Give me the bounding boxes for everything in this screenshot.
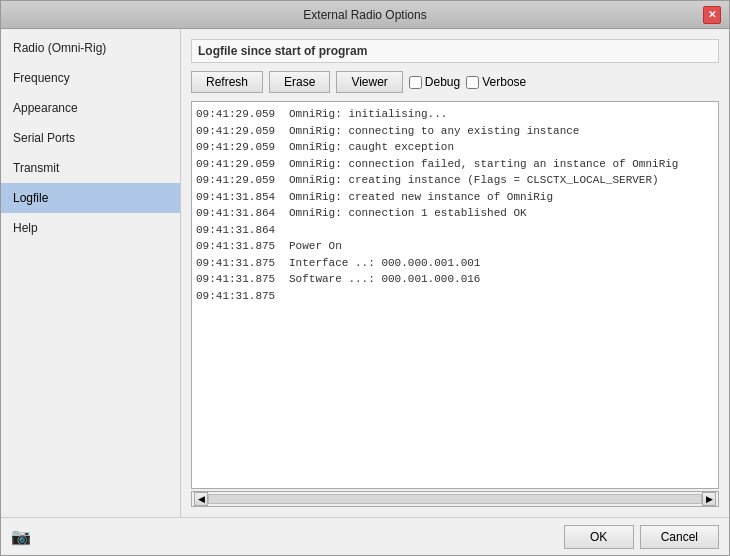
log-time: 09:41:31.875 (196, 288, 281, 305)
sidebar-item-appearance[interactable]: Appearance (1, 93, 180, 123)
viewer-button[interactable]: Viewer (336, 71, 402, 93)
log-time: 09:41:31.875 (196, 238, 281, 255)
log-time: 09:41:29.059 (196, 106, 281, 123)
refresh-button[interactable]: Refresh (191, 71, 263, 93)
log-message: OmniRig: initialising... (289, 106, 447, 123)
log-line: 09:41:29.059OmniRig: connecting to any e… (196, 123, 714, 140)
scroll-right-button[interactable]: ▶ (702, 492, 716, 506)
debug-checkbox[interactable] (409, 76, 422, 89)
log-line: 09:41:31.875 Interface ..: 000.000.001.0… (196, 255, 714, 272)
sidebar-item-help[interactable]: Help (1, 213, 180, 243)
sidebar-item-logfile[interactable]: Logfile (1, 183, 180, 213)
camera-icon: 📷 (11, 527, 31, 546)
log-message: OmniRig: created new instance of OmniRig (289, 189, 553, 206)
toolbar: Refresh Erase Viewer Debug Verbose (191, 71, 719, 93)
log-line: 09:41:29.059OmniRig: initialising... (196, 106, 714, 123)
ok-button[interactable]: OK (564, 525, 634, 549)
log-line: 09:41:31.875 Software ...: 000.001.000.0… (196, 271, 714, 288)
log-message: Interface ..: 000.000.001.001 (289, 255, 480, 272)
log-time: 09:41:29.059 (196, 172, 281, 189)
window-body: Radio (Omni-Rig) Frequency Appearance Se… (1, 29, 729, 517)
log-time: 09:41:31.875 (196, 271, 281, 288)
log-message: Power On (289, 238, 342, 255)
erase-button[interactable]: Erase (269, 71, 330, 93)
log-line: 09:41:31.864 (196, 222, 714, 239)
verbose-checkbox[interactable] (466, 76, 479, 89)
log-line: 09:41:29.059OmniRig: creating instance (… (196, 172, 714, 189)
log-time: 09:41:31.875 (196, 255, 281, 272)
footer: 📷 OK Cancel (1, 517, 729, 555)
sidebar-item-transmit[interactable]: Transmit (1, 153, 180, 183)
sidebar-item-radio[interactable]: Radio (Omni-Rig) (1, 33, 180, 63)
panel-title: Logfile since start of program (191, 39, 719, 63)
log-message: OmniRig: connection 1 established OK (289, 205, 527, 222)
footer-left: 📷 (11, 527, 31, 546)
verbose-checkbox-label[interactable]: Verbose (466, 75, 526, 89)
log-time: 09:41:31.864 (196, 205, 281, 222)
log-message: Software ...: 000.001.000.016 (289, 271, 480, 288)
main-content: Logfile since start of program Refresh E… (181, 29, 729, 517)
debug-checkbox-label[interactable]: Debug (409, 75, 460, 89)
debug-label: Debug (425, 75, 460, 89)
log-time: 09:41:29.059 (196, 139, 281, 156)
sidebar-item-serial-ports[interactable]: Serial Ports (1, 123, 180, 153)
main-window: External Radio Options ✕ Radio (Omni-Rig… (0, 0, 730, 556)
scroll-track[interactable] (208, 494, 702, 504)
log-message: OmniRig: creating instance (Flags = CLSC… (289, 172, 659, 189)
log-area[interactable]: 09:41:29.059OmniRig: initialising...09:4… (191, 101, 719, 489)
log-line: 09:41:29.059OmniRig: caught exception (196, 139, 714, 156)
log-message: OmniRig: caught exception (289, 139, 454, 156)
log-message: OmniRig: connecting to any existing inst… (289, 123, 579, 140)
sidebar-item-frequency[interactable]: Frequency (1, 63, 180, 93)
footer-buttons: OK Cancel (564, 525, 719, 549)
sidebar: Radio (Omni-Rig) Frequency Appearance Se… (1, 29, 181, 517)
log-line: 09:41:31.854OmniRig: created new instanc… (196, 189, 714, 206)
log-time: 09:41:29.059 (196, 123, 281, 140)
log-time: 09:41:29.059 (196, 156, 281, 173)
log-line: 09:41:31.864OmniRig: connection 1 establ… (196, 205, 714, 222)
window-title: External Radio Options (27, 8, 703, 22)
verbose-label: Verbose (482, 75, 526, 89)
cancel-button[interactable]: Cancel (640, 525, 719, 549)
log-time: 09:41:31.854 (196, 189, 281, 206)
log-line: 09:41:31.875 (196, 288, 714, 305)
horizontal-scrollbar[interactable]: ◀ ▶ (191, 491, 719, 507)
log-line: 09:41:31.875Power On (196, 238, 714, 255)
title-bar: External Radio Options ✕ (1, 1, 729, 29)
scroll-left-button[interactable]: ◀ (194, 492, 208, 506)
close-button[interactable]: ✕ (703, 6, 721, 24)
log-message: OmniRig: connection failed, starting an … (289, 156, 678, 173)
log-line: 09:41:29.059OmniRig: connection failed, … (196, 156, 714, 173)
log-time: 09:41:31.864 (196, 222, 281, 239)
